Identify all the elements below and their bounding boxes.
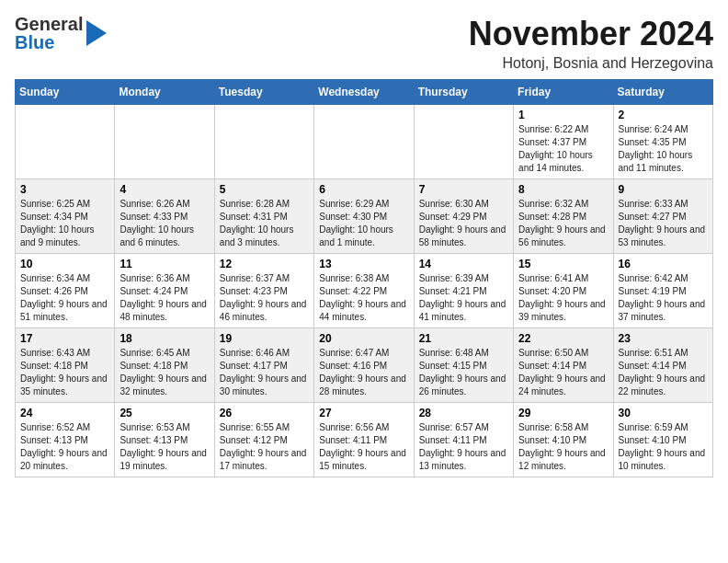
day-info: Sunrise: 6:28 AM Sunset: 4:31 PM Dayligh…: [220, 198, 309, 249]
day-number: 17: [20, 332, 109, 345]
day-info: Sunrise: 6:52 AM Sunset: 4:13 PM Dayligh…: [20, 421, 109, 473]
calendar-cell: 29Sunrise: 6:58 AM Sunset: 4:10 PM Dayli…: [514, 403, 613, 477]
calendar-cell: 15Sunrise: 6:41 AM Sunset: 4:20 PM Dayli…: [514, 254, 613, 328]
calendar-cell: 1Sunrise: 6:22 AM Sunset: 4:37 PM Daylig…: [514, 105, 613, 179]
day-number: 6: [319, 183, 408, 196]
calendar-cell: 28Sunrise: 6:57 AM Sunset: 4:11 PM Dayli…: [414, 403, 513, 477]
calendar-table: SundayMondayTuesdayWednesdayThursdayFrid…: [15, 79, 713, 477]
day-number: 29: [518, 407, 608, 419]
day-info: Sunrise: 6:37 AM Sunset: 4:23 PM Dayligh…: [220, 272, 309, 324]
day-number: 30: [619, 407, 708, 419]
day-info: Sunrise: 6:46 AM Sunset: 4:17 PM Dayligh…: [220, 347, 309, 398]
month-title: November 2024: [469, 15, 713, 53]
day-number: 9: [619, 183, 708, 196]
day-info: Sunrise: 6:24 AM Sunset: 4:35 PM Dayligh…: [619, 123, 708, 175]
day-number: 26: [220, 407, 309, 419]
day-info: Sunrise: 6:26 AM Sunset: 4:33 PM Dayligh…: [119, 198, 209, 249]
day-number: 1: [518, 109, 608, 121]
calendar-cell: 30Sunrise: 6:59 AM Sunset: 4:10 PM Dayli…: [613, 403, 712, 477]
day-number: 4: [119, 183, 209, 196]
calendar-cell: [214, 105, 313, 179]
calendar-cell: 4Sunrise: 6:26 AM Sunset: 4:33 PM Daylig…: [115, 179, 214, 254]
title-area: November 2024 Hotonj, Bosnia and Herzego…: [469, 15, 713, 72]
calendar-cell: 22Sunrise: 6:50 AM Sunset: 4:14 PM Dayli…: [514, 328, 613, 403]
day-info: Sunrise: 6:39 AM Sunset: 4:21 PM Dayligh…: [419, 272, 508, 324]
day-info: Sunrise: 6:41 AM Sunset: 4:20 PM Dayligh…: [518, 272, 608, 324]
calendar-cell: 13Sunrise: 6:38 AM Sunset: 4:22 PM Dayli…: [314, 254, 414, 328]
calendar-cell: 2Sunrise: 6:24 AM Sunset: 4:35 PM Daylig…: [613, 105, 712, 179]
day-info: Sunrise: 6:48 AM Sunset: 4:15 PM Dayligh…: [419, 347, 508, 398]
calendar-week-row: 3Sunrise: 6:25 AM Sunset: 4:34 PM Daylig…: [16, 179, 713, 254]
day-header-sunday: Sunday: [16, 80, 115, 105]
day-number: 5: [220, 183, 309, 196]
calendar-cell: [314, 105, 414, 179]
day-info: Sunrise: 6:51 AM Sunset: 4:14 PM Dayligh…: [619, 347, 708, 398]
day-header-monday: Monday: [115, 80, 214, 105]
calendar-week-row: 17Sunrise: 6:43 AM Sunset: 4:18 PM Dayli…: [16, 328, 713, 403]
day-header-wednesday: Wednesday: [314, 80, 414, 105]
logo-arrow-icon: [86, 20, 107, 46]
day-info: Sunrise: 6:56 AM Sunset: 4:11 PM Dayligh…: [319, 421, 408, 473]
day-number: 15: [518, 258, 608, 270]
day-number: 18: [119, 332, 209, 345]
day-header-thursday: Thursday: [414, 80, 513, 105]
calendar-cell: 12Sunrise: 6:37 AM Sunset: 4:23 PM Dayli…: [214, 254, 313, 328]
svg-marker-0: [86, 20, 107, 46]
calendar-cell: 3Sunrise: 6:25 AM Sunset: 4:34 PM Daylig…: [16, 179, 115, 254]
day-number: 16: [619, 258, 708, 270]
logo-blue: Blue: [15, 33, 83, 52]
day-info: Sunrise: 6:43 AM Sunset: 4:18 PM Dayligh…: [20, 347, 109, 398]
calendar-cell: 21Sunrise: 6:48 AM Sunset: 4:15 PM Dayli…: [414, 328, 513, 403]
calendar-cell: [115, 105, 214, 179]
day-info: Sunrise: 6:36 AM Sunset: 4:24 PM Dayligh…: [119, 272, 209, 324]
day-number: 21: [419, 332, 508, 345]
calendar-cell: 26Sunrise: 6:55 AM Sunset: 4:12 PM Dayli…: [214, 403, 313, 477]
day-info: Sunrise: 6:58 AM Sunset: 4:10 PM Dayligh…: [518, 421, 608, 473]
day-number: 27: [319, 407, 408, 419]
calendar-week-row: 24Sunrise: 6:52 AM Sunset: 4:13 PM Dayli…: [16, 403, 713, 477]
calendar-cell: 7Sunrise: 6:30 AM Sunset: 4:29 PM Daylig…: [414, 179, 513, 254]
calendar-cell: 18Sunrise: 6:45 AM Sunset: 4:18 PM Dayli…: [115, 328, 214, 403]
day-info: Sunrise: 6:29 AM Sunset: 4:30 PM Dayligh…: [319, 198, 408, 249]
day-header-saturday: Saturday: [613, 80, 712, 105]
day-number: 12: [220, 258, 309, 270]
day-number: 23: [619, 332, 708, 345]
day-info: Sunrise: 6:42 AM Sunset: 4:19 PM Dayligh…: [619, 272, 708, 324]
calendar-cell: 10Sunrise: 6:34 AM Sunset: 4:26 PM Dayli…: [16, 254, 115, 328]
day-number: 20: [319, 332, 408, 345]
calendar-cell: 27Sunrise: 6:56 AM Sunset: 4:11 PM Dayli…: [314, 403, 414, 477]
day-info: Sunrise: 6:59 AM Sunset: 4:10 PM Dayligh…: [619, 421, 708, 473]
header: General Blue November 2024 Hotonj, Bosni…: [15, 15, 713, 72]
day-info: Sunrise: 6:53 AM Sunset: 4:13 PM Dayligh…: [119, 421, 209, 473]
calendar-cell: 24Sunrise: 6:52 AM Sunset: 4:13 PM Dayli…: [16, 403, 115, 477]
calendar-cell: 6Sunrise: 6:29 AM Sunset: 4:30 PM Daylig…: [314, 179, 414, 254]
location-title: Hotonj, Bosnia and Herzegovina: [469, 55, 713, 72]
day-number: 25: [119, 407, 209, 419]
day-info: Sunrise: 6:32 AM Sunset: 4:28 PM Dayligh…: [518, 198, 608, 249]
day-info: Sunrise: 6:30 AM Sunset: 4:29 PM Dayligh…: [419, 198, 508, 249]
calendar-cell: [414, 105, 513, 179]
calendar-cell: 17Sunrise: 6:43 AM Sunset: 4:18 PM Dayli…: [16, 328, 115, 403]
calendar-cell: 9Sunrise: 6:33 AM Sunset: 4:27 PM Daylig…: [613, 179, 712, 254]
day-number: 14: [419, 258, 508, 270]
day-info: Sunrise: 6:25 AM Sunset: 4:34 PM Dayligh…: [20, 198, 109, 249]
day-info: Sunrise: 6:50 AM Sunset: 4:14 PM Dayligh…: [518, 347, 608, 398]
day-number: 24: [20, 407, 109, 419]
day-number: 13: [319, 258, 408, 270]
day-info: Sunrise: 6:45 AM Sunset: 4:18 PM Dayligh…: [119, 347, 209, 398]
calendar-cell: 8Sunrise: 6:32 AM Sunset: 4:28 PM Daylig…: [514, 179, 613, 254]
calendar-week-row: 1Sunrise: 6:22 AM Sunset: 4:37 PM Daylig…: [16, 105, 713, 179]
day-info: Sunrise: 6:38 AM Sunset: 4:22 PM Dayligh…: [319, 272, 408, 324]
calendar-cell: 16Sunrise: 6:42 AM Sunset: 4:19 PM Dayli…: [613, 254, 712, 328]
calendar-cell: [16, 105, 115, 179]
calendar-header-row: SundayMondayTuesdayWednesdayThursdayFrid…: [16, 80, 713, 105]
logo: General Blue: [15, 15, 107, 52]
day-number: 2: [619, 109, 708, 121]
day-header-tuesday: Tuesday: [214, 80, 313, 105]
calendar-cell: 20Sunrise: 6:47 AM Sunset: 4:16 PM Dayli…: [314, 328, 414, 403]
day-info: Sunrise: 6:55 AM Sunset: 4:12 PM Dayligh…: [220, 421, 309, 473]
day-number: 7: [419, 183, 508, 196]
day-info: Sunrise: 6:47 AM Sunset: 4:16 PM Dayligh…: [319, 347, 408, 398]
day-info: Sunrise: 6:22 AM Sunset: 4:37 PM Dayligh…: [518, 123, 608, 175]
day-info: Sunrise: 6:34 AM Sunset: 4:26 PM Dayligh…: [20, 272, 109, 324]
